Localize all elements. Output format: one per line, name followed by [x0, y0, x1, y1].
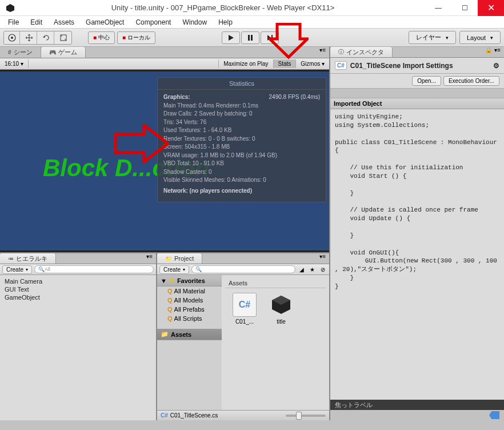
hierarchy-panel-menu-icon[interactable]: ▾≡: [146, 253, 156, 264]
close-button[interactable]: ✕: [478, 0, 504, 16]
svg-rect-6: [251, 35, 253, 41]
stats-title: Statistics: [158, 78, 326, 90]
menu-assets[interactable]: Assets: [48, 17, 80, 27]
project-filter-icon[interactable]: ◢: [298, 266, 306, 273]
hierarchy-create-dropdown[interactable]: Create: [2, 265, 32, 274]
gear-icon[interactable]: ⚙: [493, 62, 499, 70]
panel-menu-icon[interactable]: ▾≡: [319, 47, 329, 58]
window-title: Unity - title.unity - 007_HPgame_BlockBr…: [21, 3, 425, 12]
lock-icon[interactable]: 🔒: [485, 47, 492, 57]
project-assets-grid: Assets C# C01_... title: [222, 275, 329, 410]
pivot-center-toggle[interactable]: ■中心: [88, 31, 115, 44]
stats-used-textures: Used Textures: 1 - 64.0 KB: [163, 126, 320, 135]
tag-icon[interactable]: [489, 411, 499, 419]
minimize-button[interactable]: —: [425, 0, 451, 16]
menu-gameobject[interactable]: GameObject: [80, 17, 130, 27]
tab-game[interactable]: 🎮ゲーム: [41, 47, 86, 58]
svg-point-2: [11, 37, 13, 39]
project-panel-menu-icon[interactable]: ▾≡: [319, 253, 329, 264]
layers-dropdown[interactable]: レイヤー: [409, 31, 456, 44]
open-button[interactable]: Open...: [412, 76, 441, 86]
project-icon: 📁: [165, 256, 172, 262]
csharp-file-icon: C#: [335, 61, 347, 70]
project-save-search-icon[interactable]: ⊘: [319, 266, 327, 273]
footer-filename: C01_TitleScene.cs: [170, 412, 218, 419]
hierarchy-panel: ≔ヒエラルキ ▾≡ Create 🔍 All Main Camera GUI T…: [0, 253, 157, 420]
stats-toggle[interactable]: Stats: [273, 59, 296, 68]
stats-draw-calls: Draw Calls: 2 Saved by batching: 0: [163, 110, 320, 118]
project-favorite-icon[interactable]: ★: [308, 266, 317, 273]
hand-tool[interactable]: [4, 31, 20, 44]
main-toolbar: ■中心 ■ローカル レイヤー Layout: [0, 29, 504, 47]
svg-marker-4: [229, 35, 234, 41]
favorite-item[interactable]: QAll Scripts: [157, 314, 222, 323]
tab-scene[interactable]: #シーン: [0, 47, 41, 58]
tab-inspector[interactable]: ⓘインスペクタ: [330, 47, 393, 57]
transform-tool-group: [3, 31, 72, 45]
stats-overlay: Statistics Graphics:2490.8 FPS (0.4ms) M…: [157, 77, 326, 202]
tab-project[interactable]: 📁Project: [157, 253, 202, 264]
annotation-arrow-down: [269, 23, 309, 59]
stats-vram: VRAM usage: 1.8 MB to 2.0 MB (of 1.94 GB…: [163, 152, 320, 160]
hierarchy-icon: ≔: [8, 256, 14, 262]
project-create-dropdown[interactable]: Create: [159, 265, 189, 274]
stats-vbo: VBO Total: 10 - 91.0 KB: [163, 160, 320, 168]
favorites-header[interactable]: ▼★Favorites: [157, 275, 222, 286]
play-button[interactable]: [222, 31, 240, 44]
favorite-item[interactable]: QAll Prefabs: [157, 305, 222, 314]
project-footer: C# C01_TitleScene.cs: [157, 410, 329, 420]
assets-breadcrumb[interactable]: Assets: [225, 278, 326, 288]
menu-help[interactable]: Help: [213, 17, 238, 27]
pause-button[interactable]: [241, 31, 259, 44]
inspector-panel-menu-icon[interactable]: ▾≡: [494, 47, 504, 57]
gizmos-dropdown[interactable]: Gizmos ▾: [295, 59, 329, 68]
asset-item-script[interactable]: C# C01_...: [230, 293, 259, 325]
imported-object-header: Imported Object: [330, 98, 504, 109]
inspector-icon: ⓘ: [338, 48, 344, 56]
maximize-button[interactable]: ☐: [451, 0, 478, 16]
menu-component[interactable]: Component: [130, 17, 177, 27]
maximize-on-play-toggle[interactable]: Maximize on Play: [218, 59, 273, 68]
asset-size-slider[interactable]: [286, 415, 326, 417]
unity-app-icon: [5, 2, 16, 14]
hierarchy-item[interactable]: GameObject: [3, 293, 153, 301]
tab-hierarchy[interactable]: ≔ヒエラルキ: [0, 253, 56, 264]
stats-graphics-label: Graphics:: [163, 94, 190, 100]
assets-folder[interactable]: 📁Assets: [157, 329, 222, 340]
aspect-dropdown[interactable]: 16:10 ▾: [0, 59, 29, 68]
local-global-toggle[interactable]: ■ローカル: [117, 31, 155, 44]
inspector-asset-title: C01_TitleScene Import Settings: [350, 62, 453, 70]
game-view-toolbar: 16:10 ▾ Maximize on Play Stats Gizmos ▾: [0, 58, 329, 70]
annotation-arrow-right: [114, 124, 169, 163]
stats-render-textures: Render Textures: 0 - 0 B switches: 0: [163, 135, 320, 144]
scale-tool[interactable]: [55, 31, 71, 44]
hierarchy-item[interactable]: GUI Text: [3, 285, 153, 293]
layout-dropdown[interactable]: Layout: [459, 31, 501, 44]
status-bar: 焦っトラベル: [330, 400, 504, 410]
csharp-script-icon: C#: [233, 293, 257, 317]
favorite-item[interactable]: QAll Material: [157, 286, 222, 296]
rotate-tool[interactable]: [38, 31, 54, 44]
hierarchy-item[interactable]: Main Camera: [3, 277, 153, 285]
unity-scene-icon: [269, 293, 293, 317]
hierarchy-search[interactable]: 🔍 All: [34, 265, 154, 273]
menu-window[interactable]: Window: [177, 17, 213, 27]
stats-main-thread: Main Thread: 0.4ms Renderer: 0.1ms: [163, 102, 320, 110]
stats-fps: 2490.8 FPS (0.4ms): [269, 93, 320, 102]
folder-icon: 📁: [161, 331, 169, 338]
menu-file[interactable]: File: [2, 17, 25, 27]
favorite-item[interactable]: QAll Models: [157, 296, 222, 305]
asset-item-scene[interactable]: title: [266, 293, 296, 325]
stats-network: Network: (no players connected): [163, 188, 252, 194]
project-search[interactable]: 🔍: [191, 265, 295, 273]
stats-tris: Tris: 34 Verts: 76: [163, 118, 320, 127]
menu-bar: File Edit Assets GameObject Component Wi…: [0, 16, 504, 29]
scene-icon: #: [8, 49, 11, 55]
inspector-title-row: C# C01_TitleScene Import Settings ⚙: [330, 58, 504, 74]
move-tool[interactable]: [21, 31, 37, 44]
menu-edit[interactable]: Edit: [25, 17, 48, 27]
project-tree: ▼★Favorites QAll Material QAll Models QA…: [157, 275, 222, 410]
status-text: 焦っトラベル: [335, 401, 373, 409]
svg-rect-5: [248, 35, 250, 41]
execution-order-button[interactable]: Execution Order...: [443, 76, 499, 86]
